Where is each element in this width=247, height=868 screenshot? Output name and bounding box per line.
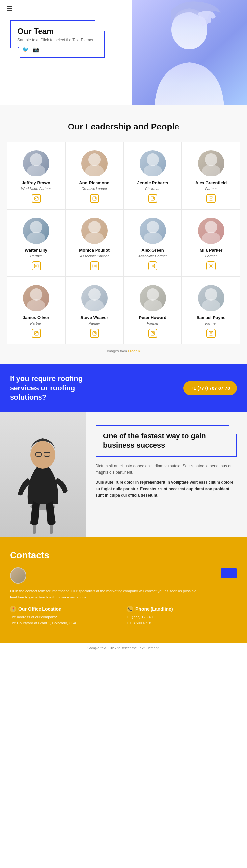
team-member-name: Steve Weaver xyxy=(80,315,108,320)
svg-point-10 xyxy=(154,197,154,197)
team-avatar xyxy=(140,285,166,311)
team-member-name: Ann Richmond xyxy=(79,180,109,185)
success-person-image xyxy=(0,412,86,537)
svg-rect-32 xyxy=(151,331,155,335)
team-card: Alex Green Associate Partner xyxy=(124,209,182,277)
instagram-icon[interactable] xyxy=(90,261,99,271)
facebook-icon[interactable]: f xyxy=(18,46,19,53)
team-member-name: Walter Lilly xyxy=(25,248,48,253)
freepik-link[interactable]: Freepik xyxy=(128,349,140,353)
footer-sample-text: Sample text. Click to select the Text El… xyxy=(87,646,160,650)
contacts-title: Contacts xyxy=(10,550,237,561)
svg-point-33 xyxy=(152,333,154,334)
separator-rect xyxy=(221,568,237,578)
svg-point-24 xyxy=(210,265,212,267)
team-card: Walter Lilly Partner xyxy=(7,209,65,277)
svg-point-37 xyxy=(212,332,212,332)
office-detail: The address of our company: The Courtyar… xyxy=(10,614,120,626)
team-card: Mila Parker Partner xyxy=(182,209,240,277)
team-grid: Jeffrey Brown Worldwide Partner Ann Rich… xyxy=(7,142,240,344)
success-content: One of the fastest way to gain business … xyxy=(86,412,247,537)
team-member-name: Mila Parker xyxy=(199,248,222,253)
team-member-role: Partner xyxy=(88,321,100,326)
team-member-role: Partner xyxy=(205,254,217,258)
menu-button[interactable]: ☰ xyxy=(7,5,12,12)
svg-point-6 xyxy=(93,198,95,199)
instagram-icon[interactable] xyxy=(148,329,158,338)
success-body2: Duis aute irure dolor in reprehenderit i… xyxy=(95,479,237,499)
team-avatar xyxy=(198,218,224,244)
leadership-section: Our Leadership and People Jeffrey Brown … xyxy=(0,105,247,364)
instagram-icon[interactable] xyxy=(90,329,99,338)
success-body1: Dictum sit amet justo donec enim diam vu… xyxy=(95,463,237,475)
svg-point-18 xyxy=(93,265,95,267)
svg-rect-20 xyxy=(151,264,155,268)
instagram-icon[interactable]: 📷 xyxy=(32,46,39,53)
svg-point-36 xyxy=(210,333,212,334)
svg-point-31 xyxy=(95,332,95,332)
svg-point-22 xyxy=(154,265,154,265)
contacts-separator xyxy=(31,568,237,578)
svg-point-12 xyxy=(210,198,212,199)
instagram-icon[interactable] xyxy=(207,194,216,203)
svg-point-27 xyxy=(35,333,37,334)
team-member-name: Peter Howard xyxy=(139,315,167,320)
roofing-cta-section: If you require roofing services or roofi… xyxy=(0,364,247,412)
team-member-role: Worldwide Partner xyxy=(21,187,51,191)
svg-point-15 xyxy=(35,265,37,267)
separator-line xyxy=(31,573,217,573)
svg-point-7 xyxy=(95,197,95,197)
svg-point-16 xyxy=(37,265,37,265)
team-member-name: Monica Pouliot xyxy=(79,248,109,253)
hero-content: Our Team Sample text. Click to select th… xyxy=(10,20,105,58)
phone-detail: +1 (777) 123 456 1913 500 6718 xyxy=(127,614,237,626)
team-member-name: Samuel Payne xyxy=(196,315,225,320)
team-avatar xyxy=(81,150,108,177)
instagram-icon[interactable] xyxy=(90,194,99,203)
instagram-icon[interactable] xyxy=(207,329,216,338)
team-avatar xyxy=(198,150,224,177)
contacts-link[interactable]: Feel free to get in touch with us via em… xyxy=(10,595,237,599)
team-member-role: Partner xyxy=(205,321,217,326)
phone-landline: 📞 Phone (Landline) +1 (777) 123 456 1913… xyxy=(127,606,237,626)
twitter-icon[interactable]: 🐦 xyxy=(22,46,29,53)
instagram-icon[interactable] xyxy=(207,261,216,271)
hero-section: Our Team Sample text. Click to select th… xyxy=(0,0,247,105)
svg-point-4 xyxy=(37,197,37,197)
phone-icon: 📞 xyxy=(127,606,133,612)
team-member-name: Alex Greenfield xyxy=(195,180,226,185)
office-location-title: 📍 Our Office Location xyxy=(10,606,120,612)
instagram-icon[interactable] xyxy=(148,261,158,271)
team-card: James Oliver Partner xyxy=(7,277,65,344)
svg-point-44 xyxy=(30,441,55,469)
team-member-name: James Oliver xyxy=(23,315,49,320)
svg-point-34 xyxy=(154,332,154,332)
team-avatar xyxy=(23,285,49,311)
leadership-title: Our Leadership and People xyxy=(7,122,240,132)
instagram-icon[interactable] xyxy=(32,329,41,338)
svg-rect-23 xyxy=(209,264,213,268)
roofing-text: If you require roofing services or roofi… xyxy=(10,374,109,402)
svg-point-21 xyxy=(152,265,154,267)
hero-social-icons: f 🐦 📷 xyxy=(18,46,97,53)
hero-title: Our Team xyxy=(18,27,97,36)
hero-subtitle: Sample text. Click to select the Text El… xyxy=(18,38,97,42)
instagram-icon[interactable] xyxy=(32,261,41,271)
roofing-phone-button[interactable]: +1 (777) 787 87 78 xyxy=(184,381,237,395)
team-member-role: Partner xyxy=(30,321,42,326)
team-member-role: Associate Partner xyxy=(80,254,109,258)
team-member-role: Partner xyxy=(205,187,217,191)
contacts-description: Fill in the contact form for information… xyxy=(10,588,237,594)
instagram-icon[interactable] xyxy=(148,194,158,203)
team-member-role: Creative Leader xyxy=(81,187,107,191)
svg-rect-5 xyxy=(92,196,97,200)
team-member-role: Partner xyxy=(146,321,158,326)
svg-point-25 xyxy=(212,265,212,265)
team-card: Steve Weaver Partner xyxy=(65,277,124,344)
team-card: Peter Howard Partner xyxy=(124,277,182,344)
team-card: Monica Pouliot Associate Partner xyxy=(65,209,124,277)
svg-rect-8 xyxy=(151,196,155,200)
svg-point-19 xyxy=(95,265,95,265)
phone-title: 📞 Phone (Landline) xyxy=(127,606,237,612)
instagram-icon[interactable] xyxy=(32,194,41,203)
